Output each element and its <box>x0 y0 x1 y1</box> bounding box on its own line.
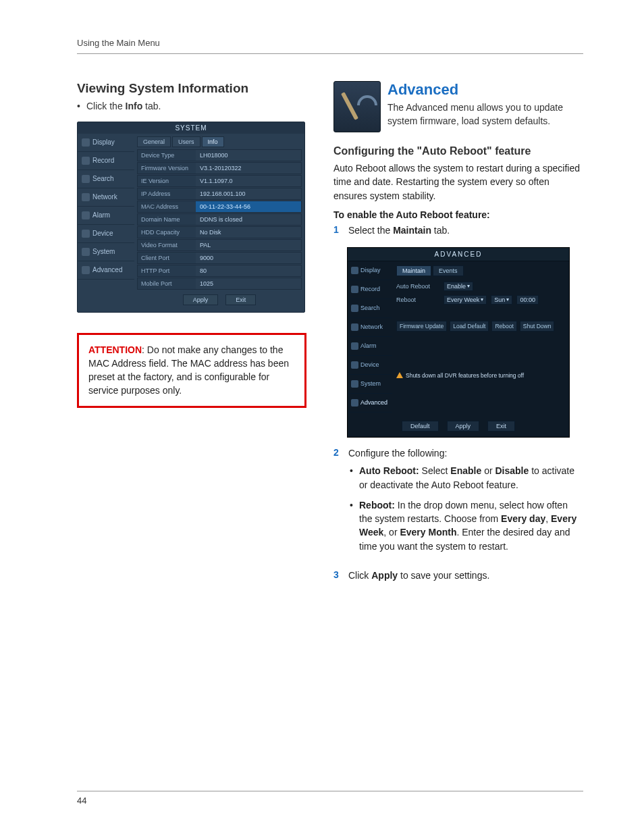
info-row: Domain NameDDNS is closed <box>137 213 302 226</box>
warning-icon <box>396 372 403 378</box>
sidebar-item: Advanced <box>78 261 134 280</box>
advanced-icon <box>351 399 358 407</box>
key: Domain Name <box>138 214 196 225</box>
text: , or <box>383 527 400 538</box>
attention-box: ATTENTION: Do not make any changes to th… <box>77 333 306 408</box>
adv-title: ADVANCED <box>348 248 569 261</box>
search-icon <box>82 175 90 183</box>
val: 192.168.001.100 <box>196 188 301 199</box>
info-row: Firmware VersionV3.1-20120322 <box>137 162 302 174</box>
chevron-down-icon: ▾ <box>481 296 483 303</box>
step-number: 1 <box>333 224 342 238</box>
text: to save your settings. <box>398 570 489 581</box>
sidebar-item: Display <box>348 261 392 280</box>
left-heading: Viewing System Information <box>77 81 306 96</box>
val: 1025 <box>196 278 301 289</box>
advanced-icon <box>333 81 381 132</box>
text: , <box>545 513 551 524</box>
tab-maintain: Maintain <box>396 265 431 276</box>
label: Device <box>360 361 379 368</box>
page-footer: 44 <box>77 791 583 806</box>
firmware-update-button: Firmware Update <box>396 321 447 332</box>
reboot-time-select: 00:00 <box>516 295 539 305</box>
apply-button: Apply <box>183 294 219 305</box>
tab-general: General <box>137 136 171 147</box>
tab-events: Events <box>433 265 464 276</box>
text: Select the <box>348 225 393 236</box>
sidebar-item-advanced: Advanced <box>348 394 392 413</box>
step2: Configure the following: Auto Reboot: Se… <box>348 447 583 560</box>
info-row: HDD CapacityNo Disk <box>137 226 302 238</box>
sidebar-item: Network <box>348 318 392 337</box>
bold: Auto Reboot: <box>359 465 419 476</box>
val: 9000 <box>196 253 301 263</box>
text: Select <box>419 465 451 476</box>
label: Record <box>360 286 380 292</box>
key: Device Type <box>138 150 196 161</box>
val: V1.1.1097.0 <box>196 176 301 186</box>
advanced-intro: The Advanced menu allows you to update s… <box>387 101 583 128</box>
system-sidebar: Display Record Search Network Alarm Devi… <box>78 134 134 312</box>
label: Alarm <box>92 211 110 219</box>
bold: Enable <box>450 465 481 476</box>
alarm-icon <box>82 211 90 219</box>
label: System <box>360 380 381 387</box>
bold: Reboot: <box>359 500 395 511</box>
val: PAL <box>196 240 301 251</box>
label: Alarm <box>360 342 377 349</box>
step1: Select the Maintain tab. <box>348 224 583 238</box>
adv-sidebar: Display Record Search Network Alarm Devi… <box>348 261 392 417</box>
sub-bullet: Reboot: In the drop down menu, select ho… <box>350 498 583 553</box>
alarm-icon <box>351 342 358 350</box>
key: Video Format <box>138 240 196 251</box>
default-button: Default <box>402 421 439 432</box>
attention-label: ATTENTION <box>88 344 142 355</box>
text: Configure the following: <box>348 448 447 459</box>
key: Firmware Version <box>138 163 196 174</box>
label: Device <box>92 230 113 237</box>
key: HDD Capacity <box>138 227 196 238</box>
val: LH018000 <box>196 150 301 161</box>
key: IP Address <box>138 188 196 199</box>
warning-text: Shuts down all DVR features before turni… <box>406 372 524 379</box>
tab-users: Users <box>172 136 200 147</box>
reboot-day-select: Sun▾ <box>491 295 512 305</box>
label: Search <box>360 305 380 311</box>
val: 00-11-22-33-44-56 <box>196 201 301 212</box>
key: HTTP Port <box>138 265 196 276</box>
info-row: HTTP Port80 <box>137 265 302 277</box>
advanced-heading: Advanced <box>387 81 583 99</box>
sidebar-item: System <box>348 375 392 394</box>
info-row: Mobile Port1025 <box>137 278 302 290</box>
bold: Info <box>126 101 143 111</box>
left-bullet: Click the Info tab. <box>77 100 306 113</box>
page-header: Using the Main Menu <box>77 38 583 54</box>
val: V3.1-20120322 <box>196 163 301 174</box>
text: tab. <box>142 101 161 111</box>
info-row: Video FormatPAL <box>137 239 302 251</box>
network-icon <box>351 323 358 331</box>
reboot-button: Reboot <box>491 321 516 332</box>
system-tabs: General Users Info <box>137 136 302 147</box>
val: Sun <box>494 296 505 303</box>
sidebar-item: Device <box>78 225 134 243</box>
bold: Apply <box>371 570 398 581</box>
sidebar-item: Alarm <box>348 337 392 356</box>
chevron-down-icon: ▾ <box>506 296 509 303</box>
reboot-label: Reboot <box>396 296 439 303</box>
display-icon <box>82 138 90 147</box>
key: IE Version <box>138 176 196 186</box>
bold: Every Month <box>400 527 456 538</box>
sidebar-item: Record <box>348 280 392 299</box>
key: Client Port <box>138 253 196 263</box>
sub-bullet: Auto Reboot: Select Enable or Disable to… <box>350 464 583 492</box>
text: tab. <box>431 225 450 236</box>
auto-reboot-label: Auto Reboot <box>396 283 439 290</box>
label: Record <box>92 157 114 164</box>
sidebar-item: Search <box>348 299 392 318</box>
auto-reboot-select: Enable▾ <box>444 282 473 291</box>
label: Display <box>92 138 115 146</box>
search-icon <box>351 305 358 312</box>
label: System <box>92 248 115 255</box>
step-number: 2 <box>333 447 342 560</box>
